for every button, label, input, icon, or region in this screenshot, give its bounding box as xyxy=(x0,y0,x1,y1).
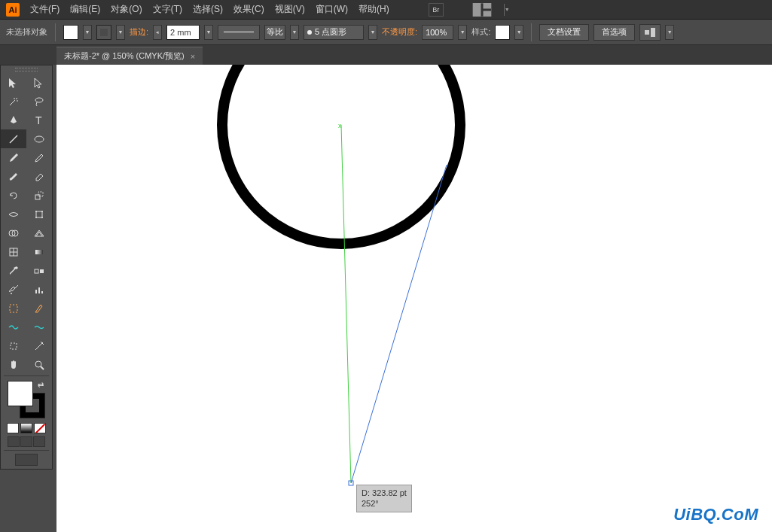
crop-tool[interactable] xyxy=(1,336,26,355)
fill-dropdown[interactable]: ▼ xyxy=(83,25,92,40)
stroke-profile-preview[interactable] xyxy=(218,25,260,40)
measure-distance: D: 323.82 pt xyxy=(362,488,407,498)
artboard-tool[interactable] xyxy=(1,299,26,318)
perspective-selection-tool[interactable] xyxy=(1,318,26,336)
color-mode-gradient[interactable] xyxy=(20,423,32,433)
scale-tool[interactable] xyxy=(26,186,52,205)
pen-tool[interactable] xyxy=(1,111,26,129)
draw-inside[interactable] xyxy=(33,436,45,447)
document-tab[interactable]: 未标题-2* @ 150% (CMYK/预览) × xyxy=(56,47,203,65)
stroke-stepper-down[interactable]: ◂ xyxy=(153,25,162,40)
align-dropdown[interactable]: ▼ xyxy=(665,25,674,40)
fill-stroke-swatches[interactable]: ⇄ xyxy=(8,381,45,418)
draw-normal[interactable] xyxy=(8,436,20,447)
svg-text:T: T xyxy=(35,114,42,126)
svg-point-25 xyxy=(11,293,12,294)
fill-color-swatch[interactable] xyxy=(8,381,33,406)
line-segment-tool[interactable] xyxy=(1,129,26,148)
brush-dropdown[interactable]: ▼ xyxy=(368,25,377,40)
selection-tool[interactable] xyxy=(1,73,26,92)
hand-tool[interactable] xyxy=(1,355,26,374)
preferences-button[interactable]: 首选项 xyxy=(593,24,635,41)
svg-point-33 xyxy=(222,65,460,244)
style-label: 样式: xyxy=(471,26,490,38)
svg-rect-22 xyxy=(35,269,38,273)
fill-swatch[interactable] xyxy=(63,25,78,40)
app-logo: Ai xyxy=(6,3,20,17)
stroke-swatch[interactable] xyxy=(96,25,111,40)
color-mode-solid[interactable] xyxy=(7,423,19,433)
menu-file[interactable]: 文件(F) xyxy=(30,3,60,16)
knife-tool[interactable] xyxy=(26,336,52,355)
type-tool[interactable]: T xyxy=(26,111,52,129)
stroke-label[interactable]: 描边: xyxy=(130,26,148,38)
svg-rect-28 xyxy=(41,291,43,293)
menu-view[interactable]: 视图(V) xyxy=(275,3,305,16)
menu-type[interactable]: 文字(T) xyxy=(153,3,182,16)
shape-builder-tool[interactable] xyxy=(1,223,26,242)
blob-brush-tool[interactable] xyxy=(1,167,26,186)
brush-definition[interactable]: 5 点圆形 xyxy=(304,25,364,40)
arrange-docs-icon[interactable] xyxy=(472,3,492,17)
stroke-width-input[interactable] xyxy=(166,25,200,40)
divider xyxy=(55,23,56,41)
draw-behind[interactable] xyxy=(20,436,32,447)
ellipse-tool[interactable] xyxy=(26,129,52,148)
color-mode-none[interactable] xyxy=(34,423,46,433)
menu-window[interactable]: 窗口(W) xyxy=(316,3,348,16)
svg-rect-21 xyxy=(35,250,43,254)
brush-name: 5 点圆形 xyxy=(315,26,346,38)
gradient-tool[interactable] xyxy=(26,242,52,261)
style-dropdown[interactable]: ▼ xyxy=(514,25,523,40)
style-swatch[interactable] xyxy=(495,25,510,40)
opacity-input[interactable] xyxy=(422,25,453,40)
canvas[interactable]: x D: 323.82 pt 252° UiBQ.CoM xyxy=(56,65,772,532)
brush-dot-icon xyxy=(307,30,312,35)
bridge-icon[interactable]: Br xyxy=(429,3,444,17)
direct-selection-tool[interactable] xyxy=(26,73,52,92)
lasso-tool[interactable] xyxy=(26,92,52,111)
mesh-tool[interactable] xyxy=(1,242,26,261)
eyedropper-tool[interactable] xyxy=(1,261,26,280)
wrinkle-tool[interactable] xyxy=(26,318,52,336)
toolbox-grip[interactable] xyxy=(1,65,52,73)
perspective-grid-tool[interactable] xyxy=(26,223,52,242)
menu-object[interactable]: 对象(O) xyxy=(111,3,142,16)
free-transform-tool[interactable] xyxy=(26,205,52,223)
svg-text:x: x xyxy=(338,122,342,129)
document-setup-button[interactable]: 文档设置 xyxy=(539,24,589,41)
blend-tool[interactable] xyxy=(26,261,52,280)
pencil-tool[interactable] xyxy=(26,148,52,167)
control-bar: 未选择对象 ▼ ▼ 描边: ◂ ▼ 等比 ▼ 5 点圆形 ▼ 不透明度: ▼ 样… xyxy=(0,20,772,45)
column-graph-tool[interactable] xyxy=(26,280,52,299)
stroke-width-dropdown[interactable]: ▼ xyxy=(204,25,213,40)
svg-rect-27 xyxy=(38,287,40,293)
menu-effect[interactable]: 效果(C) xyxy=(233,3,264,16)
arrange-docs-dropdown[interactable]: ▼ xyxy=(504,4,510,16)
tab-close-icon[interactable]: × xyxy=(191,52,195,61)
opacity-dropdown[interactable]: ▼ xyxy=(458,25,467,40)
rotate-tool[interactable] xyxy=(1,186,26,205)
eraser-tool[interactable] xyxy=(26,167,52,186)
symbol-sprayer-tool[interactable] xyxy=(1,280,26,299)
stroke-profile-dropdown[interactable]: ▼ xyxy=(290,25,299,40)
menu-help[interactable]: 帮助(H) xyxy=(359,3,389,16)
document-tab-title: 未标题-2* @ 150% (CMYK/预览) xyxy=(64,50,185,62)
swap-fill-stroke-icon[interactable]: ⇄ xyxy=(38,381,44,389)
svg-point-13 xyxy=(41,211,43,212)
zoom-tool[interactable] xyxy=(26,355,52,374)
paintbrush-tool[interactable] xyxy=(1,148,26,167)
slice-tool[interactable] xyxy=(26,299,52,318)
svg-rect-29 xyxy=(10,305,17,312)
menu-edit[interactable]: 编辑(E) xyxy=(70,3,100,16)
screen-mode-button[interactable] xyxy=(15,454,38,466)
menu-select[interactable]: 选择(S) xyxy=(193,3,223,16)
opacity-label[interactable]: 不透明度: xyxy=(382,26,417,38)
svg-rect-3 xyxy=(645,30,649,35)
svg-point-5 xyxy=(35,98,43,102)
stroke-dropdown[interactable]: ▼ xyxy=(116,25,125,40)
width-tool[interactable] xyxy=(1,205,26,223)
magic-wand-tool[interactable] xyxy=(1,92,26,111)
svg-point-8 xyxy=(35,136,44,142)
align-button[interactable] xyxy=(639,24,661,41)
